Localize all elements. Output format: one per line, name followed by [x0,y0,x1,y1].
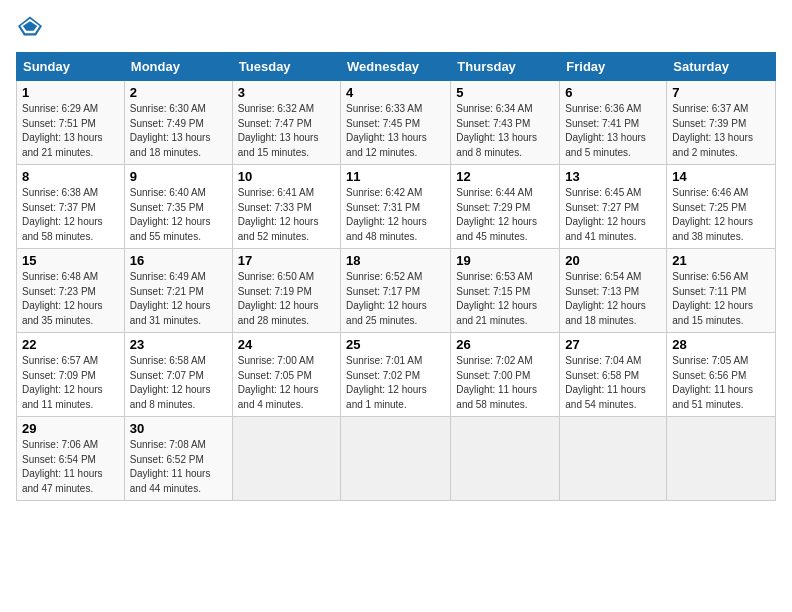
calendar-week-1: 1Sunrise: 6:29 AM Sunset: 7:51 PM Daylig… [17,81,776,165]
day-info: Sunrise: 6:54 AM Sunset: 7:13 PM Dayligh… [565,270,661,328]
calendar-cell: 14Sunrise: 6:46 AM Sunset: 7:25 PM Dayli… [667,165,776,249]
day-info: Sunrise: 6:33 AM Sunset: 7:45 PM Dayligh… [346,102,445,160]
calendar-cell: 12Sunrise: 6:44 AM Sunset: 7:29 PM Dayli… [451,165,560,249]
calendar-cell: 1Sunrise: 6:29 AM Sunset: 7:51 PM Daylig… [17,81,125,165]
calendar-cell [667,417,776,501]
calendar-cell: 7Sunrise: 6:37 AM Sunset: 7:39 PM Daylig… [667,81,776,165]
page-header [16,16,776,40]
calendar-cell: 26Sunrise: 7:02 AM Sunset: 7:00 PM Dayli… [451,333,560,417]
day-info: Sunrise: 6:56 AM Sunset: 7:11 PM Dayligh… [672,270,770,328]
logo [16,16,46,40]
calendar-table: SundayMondayTuesdayWednesdayThursdayFrid… [16,52,776,501]
day-info: Sunrise: 6:49 AM Sunset: 7:21 PM Dayligh… [130,270,227,328]
day-number: 12 [456,169,554,184]
day-info: Sunrise: 7:05 AM Sunset: 6:56 PM Dayligh… [672,354,770,412]
calendar-cell: 18Sunrise: 6:52 AM Sunset: 7:17 PM Dayli… [341,249,451,333]
col-header-saturday: Saturday [667,53,776,81]
day-number: 5 [456,85,554,100]
day-info: Sunrise: 7:00 AM Sunset: 7:05 PM Dayligh… [238,354,335,412]
calendar-week-3: 15Sunrise: 6:48 AM Sunset: 7:23 PM Dayli… [17,249,776,333]
col-header-tuesday: Tuesday [232,53,340,81]
day-info: Sunrise: 6:46 AM Sunset: 7:25 PM Dayligh… [672,186,770,244]
day-info: Sunrise: 6:45 AM Sunset: 7:27 PM Dayligh… [565,186,661,244]
calendar-cell: 27Sunrise: 7:04 AM Sunset: 6:58 PM Dayli… [560,333,667,417]
calendar-cell: 2Sunrise: 6:30 AM Sunset: 7:49 PM Daylig… [124,81,232,165]
day-number: 17 [238,253,335,268]
day-number: 20 [565,253,661,268]
day-number: 6 [565,85,661,100]
calendar-cell: 10Sunrise: 6:41 AM Sunset: 7:33 PM Dayli… [232,165,340,249]
day-number: 10 [238,169,335,184]
day-number: 16 [130,253,227,268]
day-info: Sunrise: 7:08 AM Sunset: 6:52 PM Dayligh… [130,438,227,496]
day-number: 1 [22,85,119,100]
day-number: 26 [456,337,554,352]
calendar-cell: 8Sunrise: 6:38 AM Sunset: 7:37 PM Daylig… [17,165,125,249]
day-info: Sunrise: 7:06 AM Sunset: 6:54 PM Dayligh… [22,438,119,496]
day-number: 3 [238,85,335,100]
calendar-cell: 29Sunrise: 7:06 AM Sunset: 6:54 PM Dayli… [17,417,125,501]
calendar-cell: 13Sunrise: 6:45 AM Sunset: 7:27 PM Dayli… [560,165,667,249]
day-number: 28 [672,337,770,352]
calendar-cell: 6Sunrise: 6:36 AM Sunset: 7:41 PM Daylig… [560,81,667,165]
calendar-cell: 22Sunrise: 6:57 AM Sunset: 7:09 PM Dayli… [17,333,125,417]
day-info: Sunrise: 6:58 AM Sunset: 7:07 PM Dayligh… [130,354,227,412]
day-number: 25 [346,337,445,352]
day-info: Sunrise: 6:34 AM Sunset: 7:43 PM Dayligh… [456,102,554,160]
calendar-cell: 11Sunrise: 6:42 AM Sunset: 7:31 PM Dayli… [341,165,451,249]
day-info: Sunrise: 7:01 AM Sunset: 7:02 PM Dayligh… [346,354,445,412]
calendar-cell: 28Sunrise: 7:05 AM Sunset: 6:56 PM Dayli… [667,333,776,417]
calendar-cell: 5Sunrise: 6:34 AM Sunset: 7:43 PM Daylig… [451,81,560,165]
day-number: 15 [22,253,119,268]
day-number: 24 [238,337,335,352]
day-info: Sunrise: 6:50 AM Sunset: 7:19 PM Dayligh… [238,270,335,328]
day-number: 27 [565,337,661,352]
day-info: Sunrise: 6:48 AM Sunset: 7:23 PM Dayligh… [22,270,119,328]
calendar-week-4: 22Sunrise: 6:57 AM Sunset: 7:09 PM Dayli… [17,333,776,417]
day-info: Sunrise: 7:04 AM Sunset: 6:58 PM Dayligh… [565,354,661,412]
calendar-cell: 16Sunrise: 6:49 AM Sunset: 7:21 PM Dayli… [124,249,232,333]
day-info: Sunrise: 6:36 AM Sunset: 7:41 PM Dayligh… [565,102,661,160]
calendar-cell: 4Sunrise: 6:33 AM Sunset: 7:45 PM Daylig… [341,81,451,165]
day-info: Sunrise: 6:41 AM Sunset: 7:33 PM Dayligh… [238,186,335,244]
calendar-cell: 19Sunrise: 6:53 AM Sunset: 7:15 PM Dayli… [451,249,560,333]
col-header-thursday: Thursday [451,53,560,81]
day-info: Sunrise: 6:30 AM Sunset: 7:49 PM Dayligh… [130,102,227,160]
day-number: 23 [130,337,227,352]
calendar-cell [232,417,340,501]
calendar-week-5: 29Sunrise: 7:06 AM Sunset: 6:54 PM Dayli… [17,417,776,501]
day-number: 11 [346,169,445,184]
day-number: 18 [346,253,445,268]
calendar-cell: 15Sunrise: 6:48 AM Sunset: 7:23 PM Dayli… [17,249,125,333]
day-info: Sunrise: 6:44 AM Sunset: 7:29 PM Dayligh… [456,186,554,244]
calendar-week-2: 8Sunrise: 6:38 AM Sunset: 7:37 PM Daylig… [17,165,776,249]
day-number: 4 [346,85,445,100]
day-info: Sunrise: 6:42 AM Sunset: 7:31 PM Dayligh… [346,186,445,244]
day-number: 19 [456,253,554,268]
calendar-cell [560,417,667,501]
day-number: 29 [22,421,119,436]
day-number: 13 [565,169,661,184]
calendar-cell [451,417,560,501]
day-number: 2 [130,85,227,100]
day-info: Sunrise: 6:32 AM Sunset: 7:47 PM Dayligh… [238,102,335,160]
calendar-header-row: SundayMondayTuesdayWednesdayThursdayFrid… [17,53,776,81]
calendar-cell: 21Sunrise: 6:56 AM Sunset: 7:11 PM Dayli… [667,249,776,333]
day-number: 8 [22,169,119,184]
calendar-cell: 9Sunrise: 6:40 AM Sunset: 7:35 PM Daylig… [124,165,232,249]
calendar-cell: 25Sunrise: 7:01 AM Sunset: 7:02 PM Dayli… [341,333,451,417]
day-info: Sunrise: 6:57 AM Sunset: 7:09 PM Dayligh… [22,354,119,412]
calendar-cell: 20Sunrise: 6:54 AM Sunset: 7:13 PM Dayli… [560,249,667,333]
day-info: Sunrise: 6:37 AM Sunset: 7:39 PM Dayligh… [672,102,770,160]
day-info: Sunrise: 7:02 AM Sunset: 7:00 PM Dayligh… [456,354,554,412]
calendar-cell: 3Sunrise: 6:32 AM Sunset: 7:47 PM Daylig… [232,81,340,165]
calendar-body: 1Sunrise: 6:29 AM Sunset: 7:51 PM Daylig… [17,81,776,501]
col-header-wednesday: Wednesday [341,53,451,81]
day-info: Sunrise: 6:38 AM Sunset: 7:37 PM Dayligh… [22,186,119,244]
day-info: Sunrise: 6:29 AM Sunset: 7:51 PM Dayligh… [22,102,119,160]
calendar-cell: 24Sunrise: 7:00 AM Sunset: 7:05 PM Dayli… [232,333,340,417]
day-info: Sunrise: 6:52 AM Sunset: 7:17 PM Dayligh… [346,270,445,328]
col-header-sunday: Sunday [17,53,125,81]
day-info: Sunrise: 6:40 AM Sunset: 7:35 PM Dayligh… [130,186,227,244]
day-number: 9 [130,169,227,184]
